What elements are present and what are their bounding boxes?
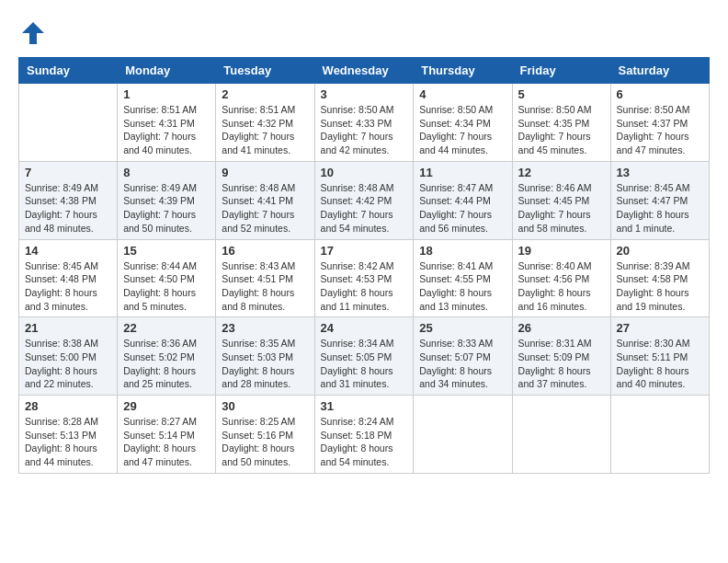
day-info: Sunrise: 8:38 AM Sunset: 5:00 PM Dayligh…: [25, 337, 111, 391]
day-number: 4: [419, 87, 506, 101]
day-info: Sunrise: 8:48 AM Sunset: 4:41 PM Dayligh…: [222, 181, 308, 236]
calendar-cell: 2Sunrise: 8:51 AM Sunset: 4:32 PM Daylig…: [216, 84, 314, 162]
day-info: Sunrise: 8:25 AM Sunset: 5:16 PM Dayligh…: [222, 415, 308, 469]
calendar-cell: 22Sunrise: 8:36 AM Sunset: 5:02 PM Dayli…: [118, 317, 216, 396]
calendar-cell: 21Sunrise: 8:38 AM Sunset: 5:00 PM Dayli…: [19, 317, 118, 396]
day-header-wednesday: Wednesday: [314, 58, 414, 84]
day-header-saturday: Saturday: [610, 58, 709, 84]
calendar-cell: 3Sunrise: 8:50 AM Sunset: 4:33 PM Daylig…: [314, 84, 414, 162]
day-info: Sunrise: 8:48 AM Sunset: 4:42 PM Dayligh…: [321, 181, 408, 236]
day-number: 7: [25, 166, 111, 179]
day-info: Sunrise: 8:27 AM Sunset: 5:14 PM Dayligh…: [123, 415, 210, 469]
calendar-cell: 6Sunrise: 8:50 AM Sunset: 4:37 PM Daylig…: [610, 84, 709, 162]
calendar-table: SundayMondayTuesdayWednesdayThursdayFrid…: [18, 57, 710, 474]
calendar-cell: [610, 396, 709, 474]
logo: [18, 18, 51, 48]
calendar-cell: 17Sunrise: 8:42 AM Sunset: 4:53 PM Dayli…: [314, 239, 414, 317]
day-number: 19: [518, 244, 605, 258]
calendar-cell: 31Sunrise: 8:24 AM Sunset: 5:18 PM Dayli…: [314, 396, 414, 474]
day-info: Sunrise: 8:46 AM Sunset: 4:45 PM Dayligh…: [518, 181, 605, 236]
page-header: [18, 18, 710, 48]
day-header-sunday: Sunday: [19, 58, 118, 84]
calendar-cell: [512, 396, 610, 474]
day-info: Sunrise: 8:51 AM Sunset: 4:32 PM Dayligh…: [222, 103, 308, 157]
calendar-cell: [19, 84, 118, 162]
calendar-cell: 12Sunrise: 8:46 AM Sunset: 4:45 PM Dayli…: [512, 161, 610, 239]
day-header-friday: Friday: [512, 58, 610, 84]
calendar-cell: 19Sunrise: 8:40 AM Sunset: 4:56 PM Dayli…: [512, 239, 610, 317]
day-number: 22: [123, 321, 210, 335]
calendar-cell: 24Sunrise: 8:34 AM Sunset: 5:05 PM Dayli…: [314, 317, 414, 396]
day-info: Sunrise: 8:41 AM Sunset: 4:55 PM Dayligh…: [419, 259, 506, 314]
day-info: Sunrise: 8:39 AM Sunset: 4:58 PM Dayligh…: [617, 259, 703, 314]
day-info: Sunrise: 8:42 AM Sunset: 4:53 PM Dayligh…: [321, 259, 408, 314]
calendar-cell: [414, 396, 512, 474]
calendar-header: SundayMondayTuesdayWednesdayThursdayFrid…: [19, 58, 710, 84]
day-number: 10: [321, 166, 408, 179]
day-number: 18: [419, 244, 506, 258]
day-info: Sunrise: 8:49 AM Sunset: 4:38 PM Dayligh…: [25, 181, 111, 236]
day-info: Sunrise: 8:47 AM Sunset: 4:44 PM Dayligh…: [419, 181, 506, 236]
day-number: 9: [222, 166, 308, 179]
day-info: Sunrise: 8:36 AM Sunset: 5:02 PM Dayligh…: [123, 337, 210, 391]
day-number: 31: [321, 399, 408, 413]
day-number: 29: [123, 399, 210, 413]
day-number: 8: [123, 166, 210, 179]
calendar-cell: 15Sunrise: 8:44 AM Sunset: 4:50 PM Dayli…: [118, 239, 216, 317]
day-number: 12: [518, 166, 605, 179]
day-number: 27: [617, 321, 703, 335]
day-info: Sunrise: 8:50 AM Sunset: 4:33 PM Dayligh…: [321, 103, 408, 157]
calendar-week-5: 28Sunrise: 8:28 AM Sunset: 5:13 PM Dayli…: [19, 396, 710, 474]
calendar-cell: 11Sunrise: 8:47 AM Sunset: 4:44 PM Dayli…: [414, 161, 512, 239]
day-info: Sunrise: 8:40 AM Sunset: 4:56 PM Dayligh…: [518, 259, 605, 314]
day-number: 5: [518, 87, 605, 101]
day-number: 17: [321, 244, 408, 258]
calendar-cell: 30Sunrise: 8:25 AM Sunset: 5:16 PM Dayli…: [216, 396, 314, 474]
day-info: Sunrise: 8:24 AM Sunset: 5:18 PM Dayligh…: [321, 415, 408, 469]
day-number: 15: [123, 244, 210, 258]
calendar-week-4: 21Sunrise: 8:38 AM Sunset: 5:00 PM Dayli…: [19, 317, 710, 396]
logo-icon: [18, 18, 48, 48]
svg-marker-0: [22, 22, 44, 44]
calendar-cell: 14Sunrise: 8:45 AM Sunset: 4:48 PM Dayli…: [19, 239, 118, 317]
calendar-cell: 28Sunrise: 8:28 AM Sunset: 5:13 PM Dayli…: [19, 396, 118, 474]
calendar-cell: 29Sunrise: 8:27 AM Sunset: 5:14 PM Dayli…: [118, 396, 216, 474]
day-info: Sunrise: 8:44 AM Sunset: 4:50 PM Dayligh…: [123, 259, 210, 314]
day-number: 3: [321, 87, 408, 101]
day-number: 21: [25, 321, 111, 335]
day-number: 16: [222, 244, 308, 258]
day-header-thursday: Thursday: [414, 58, 512, 84]
calendar-cell: 9Sunrise: 8:48 AM Sunset: 4:41 PM Daylig…: [216, 161, 314, 239]
day-info: Sunrise: 8:31 AM Sunset: 5:09 PM Dayligh…: [518, 337, 605, 391]
day-info: Sunrise: 8:50 AM Sunset: 4:35 PM Dayligh…: [518, 103, 605, 157]
day-info: Sunrise: 8:49 AM Sunset: 4:39 PM Dayligh…: [123, 181, 210, 236]
day-info: Sunrise: 8:43 AM Sunset: 4:51 PM Dayligh…: [222, 259, 308, 314]
calendar-cell: 25Sunrise: 8:33 AM Sunset: 5:07 PM Dayli…: [414, 317, 512, 396]
day-number: 6: [617, 87, 703, 101]
day-number: 30: [222, 399, 308, 413]
day-header-tuesday: Tuesday: [216, 58, 314, 84]
day-number: 25: [419, 321, 506, 335]
header-row: SundayMondayTuesdayWednesdayThursdayFrid…: [19, 58, 710, 84]
day-info: Sunrise: 8:33 AM Sunset: 5:07 PM Dayligh…: [419, 337, 506, 391]
calendar-cell: 4Sunrise: 8:50 AM Sunset: 4:34 PM Daylig…: [414, 84, 512, 162]
day-number: 24: [321, 321, 408, 335]
day-header-monday: Monday: [118, 58, 216, 84]
calendar-cell: 8Sunrise: 8:49 AM Sunset: 4:39 PM Daylig…: [118, 161, 216, 239]
day-info: Sunrise: 8:51 AM Sunset: 4:31 PM Dayligh…: [123, 103, 210, 157]
calendar-cell: 7Sunrise: 8:49 AM Sunset: 4:38 PM Daylig…: [19, 161, 118, 239]
day-number: 28: [25, 399, 111, 413]
calendar-week-2: 7Sunrise: 8:49 AM Sunset: 4:38 PM Daylig…: [19, 161, 710, 239]
calendar-cell: 16Sunrise: 8:43 AM Sunset: 4:51 PM Dayli…: [216, 239, 314, 317]
calendar-body: 1Sunrise: 8:51 AM Sunset: 4:31 PM Daylig…: [19, 84, 710, 474]
day-info: Sunrise: 8:50 AM Sunset: 4:34 PM Dayligh…: [419, 103, 506, 157]
day-number: 13: [617, 166, 703, 179]
day-info: Sunrise: 8:45 AM Sunset: 4:48 PM Dayligh…: [25, 259, 111, 314]
calendar-cell: 1Sunrise: 8:51 AM Sunset: 4:31 PM Daylig…: [118, 84, 216, 162]
day-info: Sunrise: 8:28 AM Sunset: 5:13 PM Dayligh…: [25, 415, 111, 469]
calendar-cell: 13Sunrise: 8:45 AM Sunset: 4:47 PM Dayli…: [610, 161, 709, 239]
day-number: 14: [25, 244, 111, 258]
calendar-week-3: 14Sunrise: 8:45 AM Sunset: 4:48 PM Dayli…: [19, 239, 710, 317]
calendar-cell: 18Sunrise: 8:41 AM Sunset: 4:55 PM Dayli…: [414, 239, 512, 317]
calendar-cell: 10Sunrise: 8:48 AM Sunset: 4:42 PM Dayli…: [314, 161, 414, 239]
